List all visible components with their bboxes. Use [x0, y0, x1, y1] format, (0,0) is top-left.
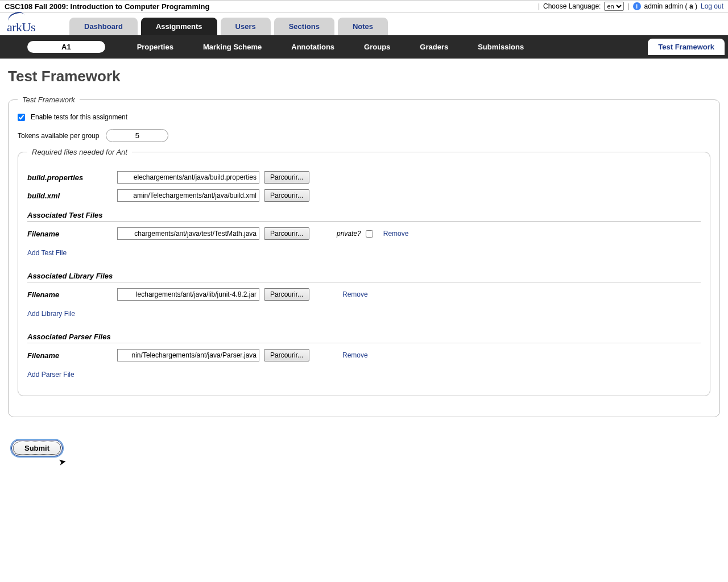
build-properties-label: build.properties	[27, 173, 113, 182]
info-icon[interactable]: i	[633, 2, 641, 10]
language-select[interactable]: en	[604, 2, 624, 11]
test-files-heading: Associated Test Files	[27, 211, 701, 222]
test-framework-legend: Test Framework	[18, 95, 80, 104]
parser-file-input[interactable]: nin/Telechargements/ant/java/Parser.java	[117, 349, 259, 361]
add-test-file-link[interactable]: Add Test File	[27, 249, 67, 257]
subnav-annotations[interactable]: Annotations	[276, 39, 349, 55]
page-body: Test Framework Test Framework Enable tes…	[0, 59, 728, 465]
page-title: Test Framework	[8, 68, 720, 85]
main-tabs: Dashboard Assignments Users Sections Not…	[69, 18, 388, 35]
parser-files-heading: Associated Parser Files	[27, 332, 701, 343]
tab-assignments[interactable]: Assignments	[141, 18, 217, 35]
user-name: admin admin ( a )	[644, 2, 697, 10]
test-filename-label: Filename	[27, 230, 113, 238]
lib-file-input[interactable]: lechargements/ant/java/lib/junit-4.8.2.j…	[117, 288, 259, 301]
parser-file-remove[interactable]: Remove	[342, 351, 368, 359]
enable-tests-checkbox[interactable]	[18, 114, 25, 121]
test-file-browse[interactable]: Parcourir...	[264, 227, 309, 240]
build-xml-browse[interactable]: Parcourir...	[264, 189, 309, 202]
subnav-marking-scheme[interactable]: Marking Scheme	[188, 39, 276, 55]
subnav-submissions[interactable]: Submissions	[463, 39, 539, 55]
sub-nav: A1 Properties Marking Scheme Annotations…	[0, 35, 728, 59]
private-checkbox[interactable]	[366, 230, 373, 238]
tokens-label: Tokens available per group	[18, 132, 99, 140]
build-xml-label: build.xml	[27, 192, 113, 200]
enable-tests-label: Enable tests for this assignment	[31, 113, 127, 121]
required-files-fieldset: Required files needed for Ant build.prop…	[18, 148, 710, 396]
private-label: private?	[337, 230, 361, 238]
logo-nav: arkUs Dashboard Assignments Users Sectio…	[0, 13, 728, 35]
build-properties-browse[interactable]: Parcourir...	[264, 171, 309, 184]
parser-file-browse[interactable]: Parcourir...	[264, 349, 309, 361]
logout-link[interactable]: Log out	[701, 2, 723, 10]
tab-users[interactable]: Users	[221, 18, 271, 35]
submit-button[interactable]: Submit	[11, 440, 63, 456]
choose-language-label: Choose Language:	[543, 2, 601, 10]
top-right: | Choose Language: en | i admin admin ( …	[538, 2, 723, 11]
library-files-heading: Associated Library Files	[27, 272, 701, 282]
tokens-input[interactable]	[106, 129, 168, 142]
tab-sections[interactable]: Sections	[274, 18, 334, 35]
build-properties-input[interactable]: elechargements/ant/java/build.properties	[117, 171, 259, 184]
assignment-badge[interactable]: A1	[27, 41, 105, 53]
subnav-properties[interactable]: Properties	[122, 39, 188, 55]
cursor-icon: ➤	[57, 456, 67, 465]
build-xml-input[interactable]: amin/Telechargements/ant/java/build.xml	[117, 189, 259, 202]
top-bar: CSC108 Fall 2009: Introduction to Comput…	[0, 0, 728, 13]
logo[interactable]: arkUs	[7, 17, 58, 34]
add-parser-file-link[interactable]: Add Parser File	[27, 371, 75, 379]
tab-dashboard[interactable]: Dashboard	[69, 18, 138, 35]
required-files-legend: Required files needed for Ant	[27, 148, 132, 156]
test-file-input[interactable]: chargements/ant/java/test/TestMath.java	[117, 227, 259, 240]
test-file-remove[interactable]: Remove	[383, 230, 409, 238]
subnav-test-framework[interactable]: Test Framework	[648, 39, 725, 55]
lib-filename-label: Filename	[27, 290, 113, 299]
subnav-groups[interactable]: Groups	[349, 39, 405, 55]
test-framework-fieldset: Test Framework Enable tests for this ass…	[8, 95, 720, 417]
course-title: CSC108 Fall 2009: Introduction to Comput…	[5, 2, 209, 11]
lib-file-browse[interactable]: Parcourir...	[264, 288, 309, 301]
subnav-graders[interactable]: Graders	[405, 39, 463, 55]
parser-filename-label: Filename	[27, 351, 113, 360]
add-library-file-link[interactable]: Add Library File	[27, 310, 75, 318]
lib-file-remove[interactable]: Remove	[342, 290, 368, 298]
tab-notes[interactable]: Notes	[338, 18, 388, 35]
